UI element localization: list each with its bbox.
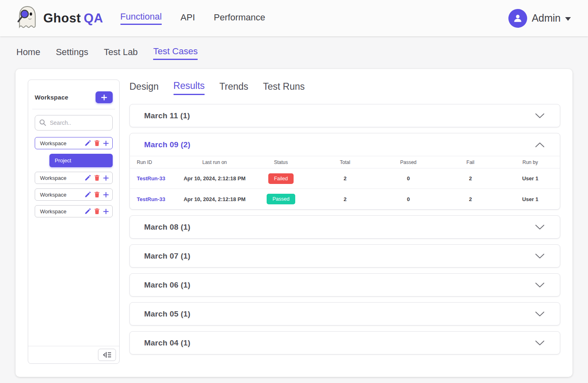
trash-icon xyxy=(94,208,100,214)
edit-workspace-button[interactable] xyxy=(85,192,91,197)
workspace-item[interactable]: Workspace xyxy=(35,188,113,201)
add-project-button[interactable] xyxy=(103,175,109,181)
delete-workspace-button[interactable] xyxy=(94,175,100,181)
project-button[interactable]: Project xyxy=(49,154,113,167)
top-nav-performance[interactable]: Performance xyxy=(214,12,265,24)
sub-nav: Home Settings Test Lab Test Cases xyxy=(0,36,588,67)
chevron-down-icon xyxy=(535,254,544,259)
column-header: Passed xyxy=(376,159,440,165)
edit-workspace-button[interactable] xyxy=(85,208,91,214)
brand-name: GhostQA xyxy=(43,11,103,26)
delete-workspace-button[interactable] xyxy=(94,140,100,146)
run-id-link[interactable]: TestRun-33 xyxy=(130,196,181,202)
sub-nav-test-lab[interactable]: Test Lab xyxy=(104,47,138,60)
column-header: Fail xyxy=(440,159,501,165)
plus-icon xyxy=(103,141,109,146)
status-cell: Passed xyxy=(248,194,314,204)
accordion-header[interactable]: March 08 (1) xyxy=(130,216,560,238)
tab-test-runs[interactable]: Test Runs xyxy=(263,81,305,95)
collapse-sidebar-icon xyxy=(102,351,111,359)
chevron-down-icon xyxy=(535,312,544,317)
workspace-item-actions xyxy=(85,140,109,146)
accordion-header[interactable]: March 09 (2) xyxy=(130,133,560,156)
accordion-header[interactable]: March 07 (1) xyxy=(130,245,560,267)
workspace-item-actions xyxy=(85,192,109,197)
sidebar-divider xyxy=(32,109,115,109)
avatar xyxy=(508,9,527,28)
top-header: GhostQA Functional API Performance Admin xyxy=(0,0,588,36)
workspace-item-actions xyxy=(85,208,109,214)
workspace-item[interactable]: Workspace xyxy=(35,137,113,149)
tab-results[interactable]: Results xyxy=(174,80,205,95)
accordion-march-08: March 08 (1) xyxy=(129,215,560,239)
top-nav-api[interactable]: API xyxy=(180,12,195,24)
tab-design[interactable]: Design xyxy=(129,81,159,95)
accordion-march-06: March 06 (1) xyxy=(129,273,560,297)
run-id-link[interactable]: TestRun-33 xyxy=(130,175,181,182)
plus-icon xyxy=(103,209,109,214)
table-row: TestRun-33 Apr 10, 2024, 2:12:18 PM Pass… xyxy=(130,189,560,209)
workspace-item[interactable]: Workspace xyxy=(35,172,113,184)
column-header: Run by xyxy=(501,159,560,165)
column-header: Run ID xyxy=(130,159,181,165)
workspace-sidebar: Workspace Workspace xyxy=(28,80,120,364)
workspace-item-label: Workspace xyxy=(40,140,85,146)
workspace-item-actions xyxy=(85,175,109,181)
edit-workspace-button[interactable] xyxy=(85,175,91,181)
column-header: Total xyxy=(314,159,376,165)
sub-nav-test-cases[interactable]: Test Cases xyxy=(153,46,198,60)
user-menu[interactable]: Admin xyxy=(508,9,571,28)
delete-workspace-button[interactable] xyxy=(94,192,100,197)
accordion-title: March 07 (1) xyxy=(144,252,190,261)
last-run-cell: Apr 10, 2024, 2:12:18 PM xyxy=(181,175,248,182)
plus-icon xyxy=(101,95,107,100)
accordion-title: March 08 (1) xyxy=(144,223,190,232)
accordion-header[interactable]: March 11 (1) xyxy=(130,104,560,127)
workspace-list: Workspace Project Workspace xyxy=(28,133,119,346)
add-workspace-button[interactable] xyxy=(96,91,113,103)
last-run-cell: Apr 10, 2024, 2:12:18 PM xyxy=(181,196,248,202)
results-table-header: Run ID Last run on Status Total Passed F… xyxy=(130,156,560,168)
chevron-down-icon xyxy=(535,283,544,288)
accordion-header[interactable]: March 04 (1) xyxy=(130,332,560,354)
sidebar-header: Workspace xyxy=(28,80,119,109)
status-cell: Failed xyxy=(248,173,314,184)
brand: GhostQA xyxy=(16,5,103,32)
chevron-down-icon xyxy=(535,113,544,118)
delete-workspace-button[interactable] xyxy=(94,208,100,214)
collapse-sidebar-button[interactable] xyxy=(98,349,116,361)
passed-cell: 0 xyxy=(376,175,440,182)
caret-down-icon xyxy=(565,17,571,21)
accordion-title: March 09 (2) xyxy=(144,140,190,149)
sub-nav-home[interactable]: Home xyxy=(16,47,40,60)
pencil-icon xyxy=(85,192,91,197)
accordion-header[interactable]: March 05 (1) xyxy=(130,303,560,325)
accordion-header[interactable]: March 06 (1) xyxy=(130,274,560,296)
total-cell: 2 xyxy=(314,175,376,182)
accordion-title: March 05 (1) xyxy=(144,310,190,319)
edit-workspace-button[interactable] xyxy=(85,140,91,146)
sub-nav-settings[interactable]: Settings xyxy=(56,47,89,60)
chevron-down-icon xyxy=(535,341,544,345)
workspace-item[interactable]: Workspace xyxy=(35,205,113,217)
accordion-march-04: March 04 (1) xyxy=(129,331,560,354)
workspace-search xyxy=(35,115,113,131)
workspace-item-label: Workspace xyxy=(40,208,85,215)
search-input[interactable] xyxy=(35,115,113,131)
sidebar-title: Workspace xyxy=(35,94,68,101)
brand-qa: QA xyxy=(84,11,103,25)
main-card: Workspace Workspace xyxy=(16,69,572,377)
run-by-cell: User 1 xyxy=(501,175,560,182)
add-project-button[interactable] xyxy=(103,192,109,197)
column-header: Last run on xyxy=(181,159,248,165)
add-project-button[interactable] xyxy=(103,209,109,214)
top-nav-functional[interactable]: Functional xyxy=(120,11,162,25)
pencil-icon xyxy=(85,208,91,214)
accordion-title: March 04 (1) xyxy=(144,339,190,348)
accordion-title: March 11 (1) xyxy=(144,111,190,120)
pencil-icon xyxy=(85,175,91,181)
run-by-cell: User 1 xyxy=(501,196,560,202)
add-project-button[interactable] xyxy=(103,141,109,146)
tab-trends[interactable]: Trends xyxy=(219,81,248,95)
fail-cell: 2 xyxy=(440,175,501,182)
